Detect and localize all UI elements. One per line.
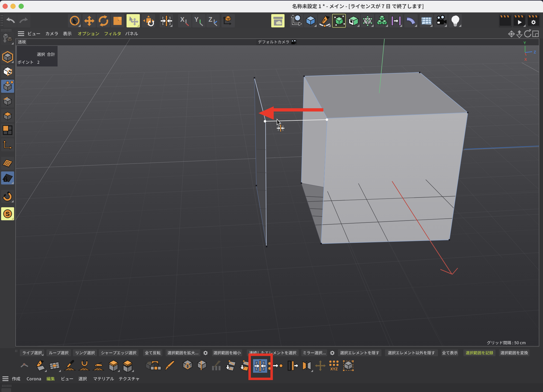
svg-text:Z: Z	[534, 50, 536, 54]
svg-text:Z: Z	[209, 16, 212, 23]
svg-text:Y: Y	[523, 41, 526, 45]
svg-text:XYZ: XYZ	[330, 367, 338, 371]
svg-text:X: X	[524, 57, 527, 62]
svg-text:S: S	[6, 211, 10, 217]
svg-text:X: X	[180, 16, 185, 23]
svg-text:Y: Y	[194, 16, 198, 23]
